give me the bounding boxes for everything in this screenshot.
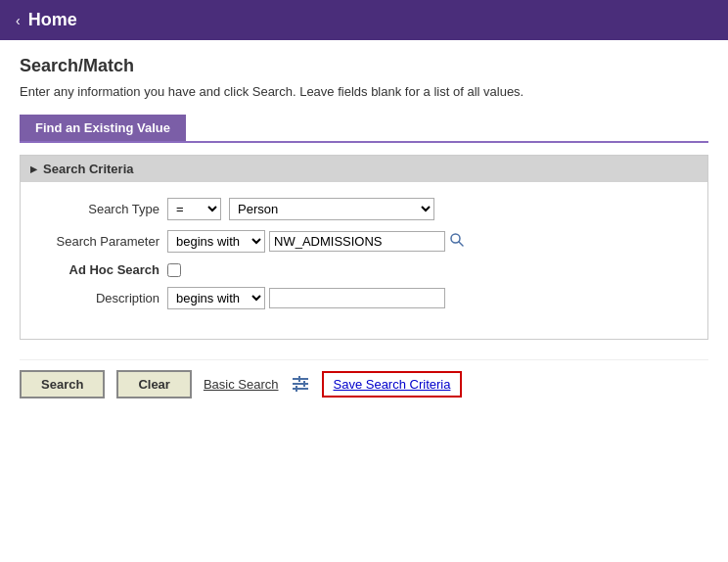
- description-label: Description: [40, 291, 167, 305]
- advanced-search-icon: [291, 375, 310, 395]
- page-description: Enter any information you have and click…: [20, 84, 708, 99]
- search-parameter-row: Search Parameter begins with = contains …: [40, 230, 688, 253]
- search-parameter-label: Search Parameter: [40, 234, 167, 249]
- action-bar: Search Clear Basic Search Save Search Cr…: [20, 359, 708, 398]
- svg-rect-7: [296, 386, 297, 392]
- back-chevron-icon[interactable]: ‹: [16, 13, 21, 28]
- svg-rect-5: [298, 376, 300, 382]
- search-parameter-input[interactable]: [269, 231, 445, 252]
- adhoc-checkbox[interactable]: [167, 263, 181, 277]
- svg-rect-4: [293, 388, 308, 390]
- page-title: Search/Match: [20, 56, 708, 76]
- basic-search-button[interactable]: Basic Search: [204, 377, 279, 392]
- svg-rect-6: [303, 381, 305, 387]
- description-input[interactable]: [269, 288, 445, 308]
- criteria-body: Search Type = Person Search Parameter be…: [21, 182, 707, 339]
- tab-separator: [20, 141, 708, 143]
- description-row: Description begins with = contains: [40, 287, 688, 309]
- person-select[interactable]: Person: [229, 198, 434, 220]
- svg-line-1: [459, 242, 463, 246]
- save-search-criteria-button[interactable]: Save Search Criteria: [322, 371, 463, 398]
- tab-container: Find an Existing Value: [20, 115, 708, 141]
- search-criteria-section: ▸ Search Criteria Search Type = Person S…: [20, 155, 708, 340]
- criteria-header-label: Search Criteria: [43, 162, 134, 176]
- search-type-label: Search Type: [40, 202, 167, 216]
- adhoc-label: Ad Hoc Search: [40, 262, 167, 277]
- search-type-operator-select[interactable]: =: [167, 198, 221, 220]
- search-criteria-header: ▸ Search Criteria: [21, 156, 707, 182]
- main-content: Search/Match Enter any information you h…: [0, 40, 728, 418]
- svg-rect-3: [293, 383, 308, 385]
- search-button[interactable]: Search: [20, 370, 105, 398]
- criteria-toggle-icon[interactable]: ▸: [30, 162, 37, 176]
- clear-button[interactable]: Clear: [116, 370, 192, 398]
- header: ‹ Home: [0, 0, 728, 40]
- adhoc-search-row: Ad Hoc Search: [40, 262, 688, 277]
- search-lookup-icon[interactable]: [449, 232, 465, 251]
- description-operator-select[interactable]: begins with = contains: [167, 287, 265, 309]
- search-parameter-operator-select[interactable]: begins with = contains ends with: [167, 230, 265, 253]
- header-title: Home: [28, 10, 77, 30]
- find-existing-value-tab[interactable]: Find an Existing Value: [20, 115, 186, 141]
- search-type-row: Search Type = Person: [40, 198, 688, 220]
